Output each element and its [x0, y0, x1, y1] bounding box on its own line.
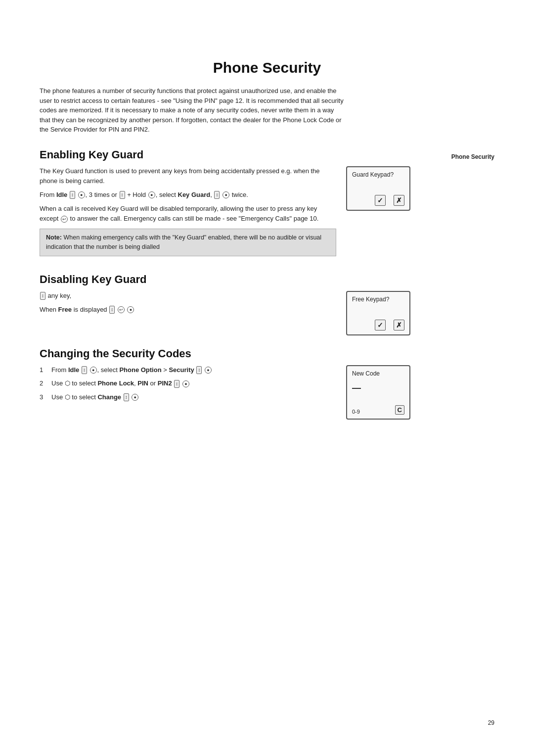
nav-icon-9: ↕ — [124, 393, 129, 401]
section-text-disabling: ↕ any key, When Free is displayed ↕ ↩ ● — [40, 291, 336, 319]
nav-icon-4: ↕ — [40, 292, 45, 300]
step-1-text: From Idle ↕ ●, select Phone Option > Sec… — [51, 365, 336, 375]
step-2-num: 2 — [40, 378, 46, 388]
phone-screen-guard: Guard Keypad? ✓ ✗ — [346, 166, 410, 211]
section-title-changing: Changing the Security Codes — [40, 347, 494, 360]
nav-icon-6: ↕ — [82, 366, 87, 374]
steps-list: 1 From Idle ↕ ●, select Phone Option > S… — [40, 365, 336, 402]
section-title-enabling: Enabling Key Guard — [40, 148, 494, 161]
page-number: 29 — [488, 719, 494, 726]
check-button-free: ✓ — [375, 320, 386, 331]
section-enabling-key-guard: Enabling Key Guard The Key Guard functio… — [40, 148, 494, 261]
ok-btn-2: ● — [148, 191, 155, 198]
note-box-enabling: Note: When making emergency calls with t… — [40, 229, 336, 256]
newcode-input-line — [352, 388, 404, 389]
end-btn-2: ↩ — [118, 306, 125, 313]
cross-button-guard: ✗ — [394, 195, 404, 206]
phone-screen-newcode: New Code 0-9 C — [346, 365, 410, 420]
free-screen-title: Free Keypad? — [352, 296, 404, 303]
free-screen-buttons: ✓ ✗ — [352, 320, 404, 331]
guard-screen-title: Guard Keypad? — [352, 171, 404, 178]
section-title-disabling: Disabling Key Guard — [40, 273, 494, 286]
ok-btn-1: ● — [78, 191, 85, 198]
check-button-guard: ✓ — [375, 195, 386, 206]
ok-btn-5: ● — [90, 367, 97, 374]
step-3-text: Use ⬡ to select Change ↕ ● — [51, 392, 336, 402]
intro-text: The phone features a number of security … — [40, 86, 346, 135]
section-disabling-key-guard: Disabling Key Guard ↕ any key, When Free… — [40, 273, 494, 335]
page-title: Phone Security — [40, 59, 494, 76]
newcode-09-label: 0-9 — [352, 409, 360, 415]
section-content-enabling: The Key Guard function is used to preven… — [40, 166, 494, 261]
newcode-c-button: C — [395, 405, 404, 415]
ok-btn-3: ● — [222, 191, 229, 198]
cross-button-free: ✗ — [394, 320, 404, 331]
section-content-disabling: ↕ any key, When Free is displayed ↕ ↩ ● … — [40, 291, 494, 335]
newcode-screen-title: New Code — [352, 370, 404, 377]
enabling-para-1: The Key Guard function is used to preven… — [40, 166, 336, 186]
section-changing-security-codes: Changing the Security Codes 1 From Idle … — [40, 347, 494, 420]
step-3-num: 3 — [40, 392, 46, 402]
end-btn-1: ↩ — [61, 216, 68, 223]
newcode-screen-bottom: 0-9 C — [352, 405, 404, 415]
step-1: 1 From Idle ↕ ●, select Phone Option > S… — [40, 365, 336, 375]
section-text-changing: 1 From Idle ↕ ●, select Phone Option > S… — [40, 365, 336, 406]
nav-icon-5: ↕ — [109, 306, 115, 314]
section-content-changing: 1 From Idle ↕ ●, select Phone Option > S… — [40, 365, 494, 420]
nav-icon-2: ↕ — [120, 191, 125, 199]
ok-btn-7: ● — [182, 380, 189, 387]
ok-btn-4: ● — [127, 306, 134, 313]
nav-icon-3: ↕ — [214, 191, 220, 199]
nav-icon-8: ↕ — [174, 380, 179, 388]
section-text-enabling: The Key Guard function is used to preven… — [40, 166, 336, 261]
step-3: 3 Use ⬡ to select Change ↕ ● — [40, 392, 336, 402]
disabling-para-2: When Free is displayed ↕ ↩ ● — [40, 305, 336, 315]
nav-icon-1: ↕ — [70, 191, 75, 199]
phone-screen-free: Free Keypad? ✓ ✗ — [346, 291, 410, 335]
page: Phone Security Phone Security The phone … — [0, 0, 534, 756]
ok-btn-8: ● — [132, 394, 138, 401]
guard-screen-buttons: ✓ ✗ — [352, 195, 404, 206]
enabling-para-2: From Idle ↕ ●, 3 times or ↕ + Hold ●, se… — [40, 190, 336, 200]
enabling-para-3: When a call is received Key Guard will b… — [40, 204, 336, 224]
ok-btn-6: ● — [205, 367, 212, 374]
disabling-para-1: ↕ any key, — [40, 291, 336, 301]
step-2-text: Use ⬡ to select Phone Lock, PIN or PIN2 … — [51, 378, 336, 388]
step-2: 2 Use ⬡ to select Phone Lock, PIN or PIN… — [40, 378, 336, 388]
nav-icon-7: ↕ — [196, 366, 202, 374]
step-1-num: 1 — [40, 365, 46, 375]
